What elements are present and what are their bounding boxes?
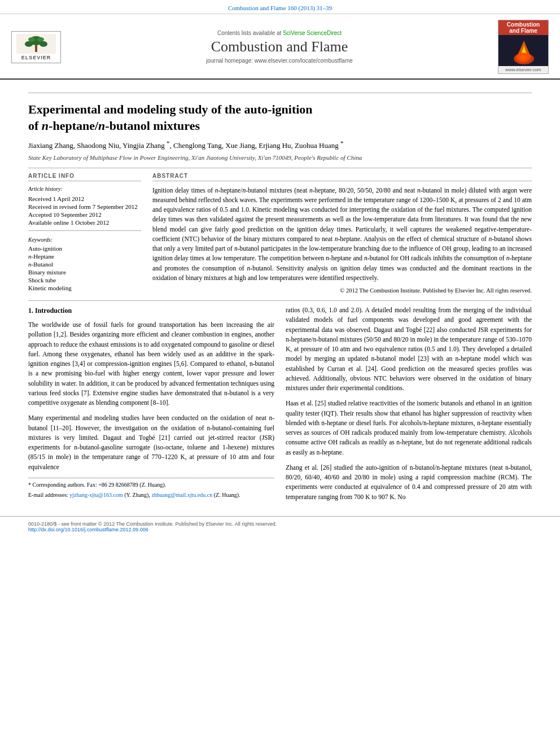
journal-title: Combustion and Flame xyxy=(72,38,487,55)
abstract-text: Ignition delay times of n-heptane/n-buta… xyxy=(152,186,532,283)
intro-para-4: Haas et al. [25] studied relative reacti… xyxy=(286,399,532,457)
info-divider xyxy=(28,230,141,231)
logo-box-bottom: www.elsevier.com xyxy=(498,66,548,73)
svg-point-8 xyxy=(514,53,534,64)
copyright-line: © 2012 The Combustion Institute. Publish… xyxy=(152,287,532,294)
intro-para-2: Many experimental and modeling studies h… xyxy=(28,413,274,472)
keyword-3: n-Butanol xyxy=(28,261,141,268)
keyword-2: n-Heptane xyxy=(28,253,141,260)
footnote-2: E-mail addresses: yjzhang-xjtu@163.com (… xyxy=(28,491,274,499)
article-title: Experimental and modeling study of the a… xyxy=(28,102,532,134)
svg-point-5 xyxy=(28,37,35,42)
keywords-label: Keywords: xyxy=(28,237,141,243)
article-info-heading: ARTICLE INFO xyxy=(28,173,141,181)
svg-point-12 xyxy=(519,55,528,60)
journal-header-center: Contents lists available at SciVerse Sci… xyxy=(61,30,498,64)
svg-point-3 xyxy=(25,41,33,47)
sciverse-link[interactable]: SciVerse ScienceDirect xyxy=(283,30,342,36)
body-col-left: 1. Introduction The worldwide use of fos… xyxy=(28,305,274,508)
email-link-2[interactable]: zhhuang@mail.xjtu.edu.cn xyxy=(151,492,212,498)
doi-link[interactable]: http://dx.doi.org/10.1016/j.combustflame… xyxy=(28,527,148,532)
journal-reference: Combustion and Flame 160 (2013) 31–39 xyxy=(228,5,332,11)
elsevier-logo-area: ELSEVIER xyxy=(11,31,61,63)
authors-line: Jiaxiang Zhang, Shaodong Niu, Yingjia Zh… xyxy=(28,139,532,150)
keyword-5: Shock tube xyxy=(28,277,141,283)
intro-title: 1. Introduction xyxy=(28,305,274,316)
footer: 0010-2180/$ - see front matter © 2012 Th… xyxy=(0,516,560,537)
logo-box-image xyxy=(498,35,548,66)
elsevier-logo-box: ELSEVIER xyxy=(11,31,61,63)
body-two-col: 1. Introduction The worldwide use of fos… xyxy=(28,305,532,508)
received-date: Received 1 April 2012 xyxy=(28,195,141,202)
svg-rect-1 xyxy=(35,45,37,52)
bottom-divider xyxy=(28,300,532,301)
abstract-column: ABSTRACT Ignition delay times of n-hepta… xyxy=(152,173,532,294)
elsevier-label: ELSEVIER xyxy=(21,55,51,60)
journal-homepage: journal homepage: www.elsevier.com/locat… xyxy=(72,58,487,64)
article-info-column: ARTICLE INFO Article history: Received 1… xyxy=(28,173,141,294)
svg-point-6 xyxy=(37,37,44,42)
divider-after-affil xyxy=(28,168,532,168)
footer-doi: http://dx.doi.org/10.1016/j.combustflame… xyxy=(28,527,532,532)
footnote-1: * Corresponding authors. Fax: +86 29 826… xyxy=(28,480,274,489)
intro-para-3: ratios (0.3, 0.6, 1.0 and 2.0). A detail… xyxy=(286,305,532,393)
email-link-1[interactable]: yjzhang-xjtu@163.com xyxy=(69,492,123,498)
history-label: Article history: xyxy=(28,186,141,192)
abstract-heading: ABSTRACT xyxy=(152,173,532,181)
journal-logo-box: Combustion and Flame www.elsevier.com xyxy=(498,20,549,74)
footer-issn: 0010-2180/$ - see front matter © 2012 Th… xyxy=(28,521,532,527)
keyword-6: Kinetic modeling xyxy=(28,285,141,291)
footnote-area: * Corresponding authors. Fax: +86 29 826… xyxy=(28,478,274,499)
svg-point-4 xyxy=(40,41,47,47)
article-content: Experimental and modeling study of the a… xyxy=(0,80,560,516)
intro-para-1: The worldwide use of fossil fuels for gr… xyxy=(28,320,274,408)
elsevier-logo-svg xyxy=(16,34,56,54)
info-abstract-section: ARTICLE INFO Article history: Received 1… xyxy=(28,173,532,294)
top-bar: Combustion and Flame 160 (2013) 31–39 xyxy=(0,0,560,14)
journal-header: ELSEVIER Contents lists available at Sci… xyxy=(0,14,560,80)
logo-box-title: Combustion and Flame xyxy=(498,20,548,35)
available-date: Available online 1 October 2012 xyxy=(28,219,141,226)
body-col-right: ratios (0.3, 0.6, 1.0 and 2.0). A detail… xyxy=(286,305,532,508)
divider-top xyxy=(28,93,532,93)
keyword-4: Binary mixture xyxy=(28,269,141,276)
intro-para-5: Zhang et al. [26] studied the auto-ignit… xyxy=(286,463,532,502)
affiliation: State Key Laboratory of Multiphase Flow … xyxy=(28,154,532,161)
received-revised-date: Received in revised form 7 September 201… xyxy=(28,203,141,210)
flame-svg xyxy=(498,35,548,66)
keyword-1: Auto-ignition xyxy=(28,245,141,252)
accepted-date: Accepted 10 September 2012 xyxy=(28,211,141,218)
contents-line: Contents lists available at SciVerse Sci… xyxy=(72,30,487,36)
